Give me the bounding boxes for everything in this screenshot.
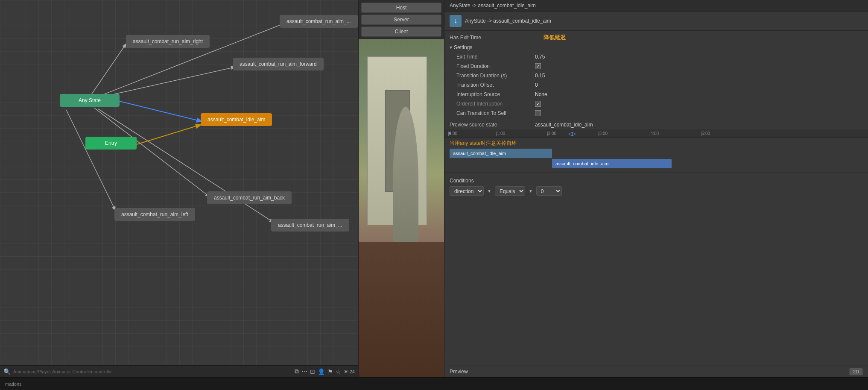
entry-node[interactable]: Entry [85, 137, 137, 150]
condition-op-select[interactable]: Equals [495, 186, 525, 196]
transition-offset-row: Transition Offset 0 [444, 80, 868, 90]
preview-label: Preview [450, 369, 468, 375]
bottom-bar: mations [0, 377, 868, 390]
network-buttons-panel: Host Server Client [359, 0, 444, 39]
preview-source-value: assault_combat_idle_aim [535, 122, 863, 128]
timeline-tracks: assault_combat_idle_aim assault_combat_i… [444, 149, 868, 171]
run-aim-forward-node[interactable]: assault_combat_run_aim_forward [233, 58, 324, 70]
person-icon[interactable]: 👤 [318, 368, 325, 375]
copy-icon[interactable]: ⧉ [295, 368, 299, 375]
graph-toolbar: 🔍 Animations/Player Animator Controller.… [0, 365, 358, 377]
server-button[interactable]: Server [361, 15, 441, 25]
host-button[interactable]: Host [361, 3, 441, 13]
transition-icon: ↓ [450, 15, 462, 27]
ordered-interruption-label: Ordered Interruption [450, 101, 535, 107]
has-exit-time-row: Has Exit Time 降低延迟 [444, 32, 868, 43]
ordered-interruption-row: Ordered Interruption ✓ [444, 99, 868, 108]
fixed-duration-row: Fixed Duration ✓ [444, 62, 868, 71]
settings-section-header: ▾ Settings [444, 43, 868, 52]
fixed-duration-label: Fixed Duration [450, 63, 535, 69]
ordered-interruption-checkbox[interactable]: ✓ [535, 101, 541, 107]
timeline-note: 当用any state时注意关掉自环 [444, 138, 868, 149]
transition-duration-value: 0.15 [535, 73, 863, 79]
preview-2d-button[interactable]: 2D [849, 368, 863, 375]
run-aim-back-node[interactable]: assault_combat_run_aim_back [207, 191, 292, 204]
track-1-clip: assault_combat_idle_aim [450, 149, 552, 158]
exit-time-label: Exit Time [450, 54, 535, 60]
preview-source-label: Preview source state [450, 122, 535, 128]
conditions-header: Conditions [450, 178, 863, 184]
graph-area[interactable]: Any State Entry assault_combat_idle_aim … [0, 0, 359, 377]
tank [393, 107, 418, 259]
conditions-area: Conditions direction ▼ Equals ▼ 0 [444, 175, 868, 198]
bookmark-icon[interactable]: ☆ [336, 368, 341, 375]
track-2: assault_combat_idle_aim [450, 159, 863, 168]
condition-value-select[interactable]: 0 [536, 186, 562, 196]
can-transition-label: Can Transition To Self [450, 110, 535, 116]
condition-row: direction ▼ Equals ▼ 0 [450, 186, 863, 196]
layout-icon[interactable]: ⊡ [310, 368, 315, 375]
bottom-bar-label: mations [5, 381, 22, 387]
dropdown-arrow-1: ▼ [487, 189, 491, 194]
assault-idle-aim-node[interactable]: assault_combat_idle_aim [201, 113, 272, 126]
graph-background [0, 0, 358, 377]
inspector-subtitle: AnyState -> assault_combat_idle_aim [465, 18, 551, 24]
transition-offset-value: 0 [535, 82, 863, 88]
reduce-delay-label: 降低延迟 [544, 34, 566, 41]
menu-icon[interactable]: ⋯ [301, 368, 307, 375]
inspector-panel: AnyState -> assault_combat_idle_aim ↓ An… [444, 0, 868, 377]
timeline-marker[interactable]: ◁▷ [568, 131, 576, 137]
interruption-source-row: Interruption Source None [444, 90, 868, 99]
ground [359, 242, 444, 377]
exit-time-value: 0.75 [535, 54, 863, 60]
track-2-clip: assault_combat_idle_aim [552, 159, 672, 168]
inspector-body: Has Exit Time 降低延迟 ▾ Settings Exit Time … [444, 31, 868, 366]
transition-offset-label: Transition Offset [450, 82, 535, 88]
inspector-title-row: ↓ AnyState -> assault_combat_idle_aim [444, 12, 868, 31]
inspector-header-title: AnyState -> assault_combat_idle_aim [450, 3, 536, 9]
run-aim-left-node[interactable]: assault_combat_run_aim_left [114, 208, 195, 221]
exit-time-row: Exit Time 0.75 [444, 52, 868, 62]
preview-source-row: Preview source state assault_combat_idle… [444, 120, 868, 129]
search-icon[interactable]: 🔍 [3, 368, 11, 375]
fixed-duration-checkbox[interactable]: ✓ [535, 63, 541, 69]
inspector-header: AnyState -> assault_combat_idle_aim [444, 0, 868, 12]
scene-preview [359, 39, 444, 377]
can-transition-row: Can Transition To Self [444, 108, 868, 118]
eye-icon: 👁 [344, 369, 348, 374]
run-aim-bottom-node[interactable]: assault_combat_run_aim_... [271, 219, 349, 232]
condition-param-select[interactable]: direction [450, 186, 484, 196]
can-transition-checkbox[interactable] [535, 110, 541, 116]
transition-duration-label: Transition Duration (s) [450, 73, 535, 79]
track-1: assault_combat_idle_aim [450, 149, 863, 158]
path-label: Animations/Player Animator Controller.co… [13, 369, 113, 374]
timeline-ruler: ▼ |0:00 |1:00 |2:00 ◁▷ |3:00 |4:00 |5:00 [444, 129, 868, 138]
transition-duration-row: Transition Duration (s) 0.15 [444, 71, 868, 80]
run-aim-right-node[interactable]: assault_combat_run_aim_right [126, 35, 210, 48]
dropdown-arrow-2: ▼ [529, 189, 533, 194]
interruption-source-value: None [535, 91, 863, 97]
flag-icon[interactable]: ⚑ [327, 368, 333, 375]
has-exit-time-label: Has Exit Time [450, 35, 535, 41]
run-aim-top-node[interactable]: assault_combat_run_aim_... [280, 15, 358, 28]
any-state-node[interactable]: Any State [60, 94, 120, 107]
eye-badge: 👁 24 [344, 369, 355, 374]
interruption-source-label: Interruption Source [450, 91, 535, 97]
scene-view-area: Host Server Client [359, 0, 444, 377]
client-button[interactable]: Client [361, 26, 441, 37]
preview-section: Preview 2D [444, 366, 868, 377]
